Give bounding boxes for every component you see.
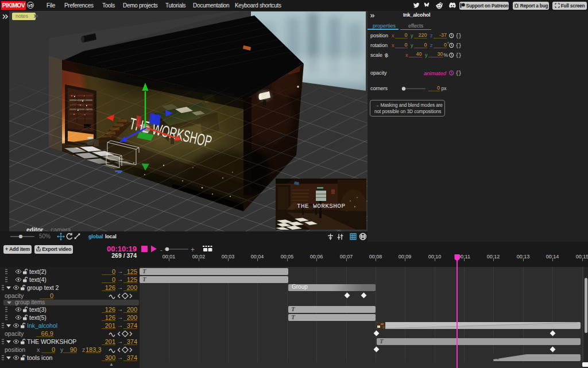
svg-text:{}: {}: [456, 53, 462, 58]
svg-text:{}: {}: [456, 43, 462, 48]
svg-text:{}: {}: [456, 71, 462, 76]
svg-text:{}: {}: [456, 33, 462, 38]
svg-text:THE WORKSHOP: THE WORKSHOP: [297, 203, 345, 210]
